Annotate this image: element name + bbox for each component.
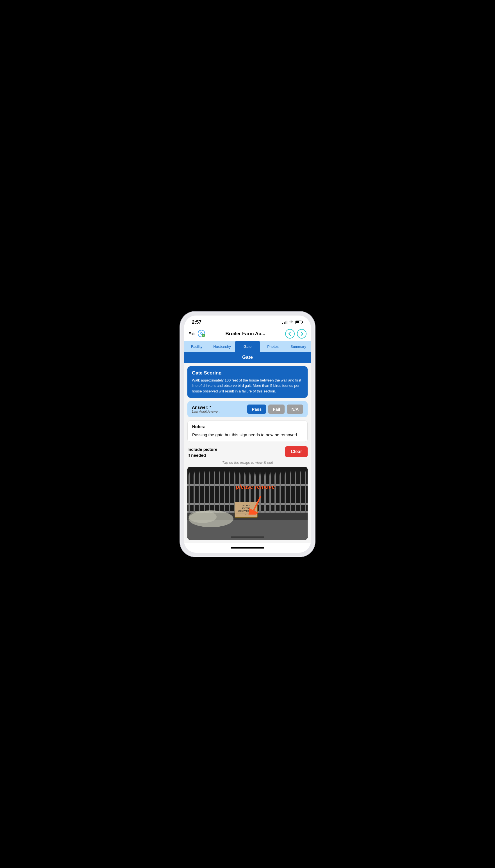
svg-rect-13 — [224, 475, 225, 513]
svg-rect-10 — [209, 475, 210, 513]
status-icons — [282, 320, 303, 324]
scoring-description: Walk approximately 100 feet of the house… — [192, 377, 303, 394]
svg-rect-12 — [219, 475, 220, 513]
tab-photos[interactable]: Photos — [260, 341, 286, 352]
svg-rect-6 — [188, 475, 190, 513]
svg-rect-29 — [305, 475, 306, 513]
status-time: 2:57 — [192, 319, 201, 325]
clear-button[interactable]: Clear — [285, 446, 308, 457]
sync-button[interactable]: ↻ ✓ — [198, 330, 206, 338]
tab-facility[interactable]: Facility — [184, 341, 209, 352]
battery-icon — [295, 321, 303, 324]
svg-rect-26 — [290, 475, 291, 513]
annotation-text: please remove — [236, 484, 275, 490]
svg-rect-7 — [193, 475, 195, 513]
annotation-arrow — [245, 495, 268, 516]
na-button[interactable]: N/A — [287, 405, 303, 414]
svg-rect-23 — [274, 475, 276, 513]
svg-rect-22 — [269, 475, 271, 513]
svg-point-55 — [188, 511, 217, 523]
svg-rect-9 — [204, 475, 205, 513]
section-header: Gate — [184, 352, 311, 363]
svg-rect-27 — [295, 475, 296, 513]
fail-button[interactable]: Fail — [268, 405, 285, 414]
picture-section-header: Include pictureif needed Clear — [187, 446, 308, 458]
next-button[interactable] — [297, 329, 307, 339]
notes-card: Notes: Passing the gate but this sign ne… — [187, 421, 308, 442]
pass-button[interactable]: Pass — [247, 405, 266, 414]
phone-device: 2:57 — [180, 312, 315, 557]
sync-check-icon: ✓ — [202, 334, 205, 337]
picture-label: Include pictureif needed — [187, 446, 218, 458]
svg-rect-24 — [279, 475, 281, 513]
svg-rect-11 — [214, 475, 215, 513]
status-bar: 2:57 — [184, 316, 311, 327]
prev-button[interactable] — [285, 329, 295, 339]
answer-label: Answer: * — [192, 405, 220, 410]
svg-rect-28 — [300, 475, 301, 513]
tab-husbandry[interactable]: Husbandry — [209, 341, 235, 352]
tab-gate[interactable]: Gate — [235, 341, 260, 352]
scoring-title: Gate Scoring — [192, 370, 303, 376]
home-bar — [231, 547, 264, 549]
home-indicator — [184, 543, 311, 553]
phone-screen: 2:57 — [184, 316, 311, 553]
svg-rect-62 — [231, 536, 264, 537]
notes-text: Passing the gate but this sign needs to … — [192, 432, 303, 438]
nav-title: Broiler Farm Au... — [208, 331, 283, 337]
signal-icon — [282, 321, 287, 324]
tab-summary[interactable]: Summary — [286, 341, 311, 352]
svg-rect-25 — [285, 475, 286, 513]
exit-button[interactable]: Exit — [188, 331, 195, 336]
wifi-icon — [289, 320, 294, 324]
content-area: Gate Scoring Walk approximately 100 feet… — [184, 363, 311, 543]
last-audit-label: Last Audit Answer: — [192, 410, 220, 413]
gate-image[interactable]: DO NOT ENTER USE UPPER GATE TH... please… — [187, 467, 308, 540]
svg-line-64 — [254, 496, 261, 510]
notes-label: Notes: — [192, 424, 303, 429]
svg-rect-8 — [199, 475, 200, 513]
answer-buttons: Pass Fail N/A — [247, 405, 303, 414]
svg-rect-14 — [229, 475, 231, 513]
answer-card: Answer: * Last Audit Answer: Pass Fail N… — [187, 401, 308, 417]
tap-hint: Tap on the image to view & edit — [187, 460, 308, 465]
nav-bar: Exit ↻ ✓ Broiler Farm Au... — [184, 327, 311, 341]
scoring-card: Gate Scoring Walk approximately 100 feet… — [187, 366, 308, 398]
tabs-bar: Facility Husbandry Gate Photos Summary — [184, 341, 311, 352]
